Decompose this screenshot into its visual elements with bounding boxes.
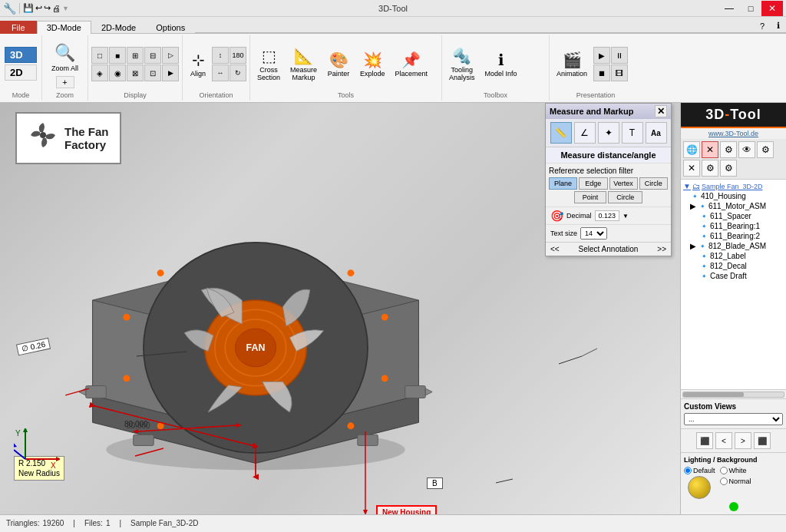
tree-item-case-draft[interactable]: 🔹Case Draft xyxy=(698,271,784,281)
minimize-button[interactable]: — xyxy=(718,1,740,16)
zoom-all-button[interactable]: 🔍 Zoom All xyxy=(48,41,82,74)
measure-decimal-row: 🎯 Decimal 0.123 ▼ xyxy=(546,207,671,224)
mode-3d-button[interactable]: 3D xyxy=(5,47,37,63)
measure-tool-distance[interactable]: 📏 xyxy=(550,122,572,144)
tab-options[interactable]: Options xyxy=(146,21,195,34)
measure-markup-button[interactable]: 📐 MeasureMarkup xyxy=(286,41,321,88)
fan-3d-model[interactable]: FAN xyxy=(0,164,511,484)
svg-point-11 xyxy=(347,422,354,429)
display-btn-9[interactable]: ⊡ xyxy=(144,64,161,81)
ribbon-tabs: File 3D-Mode 2D-Mode Options ? ℹ xyxy=(0,17,786,34)
tree-item-motor[interactable]: ▶🔹611_Motor_ASM xyxy=(689,201,784,211)
cross-section-button[interactable]: ⬚ CrossSection xyxy=(253,41,284,88)
measure-label: MeasureMarkup xyxy=(290,66,317,81)
nav-next[interactable]: > xyxy=(735,432,751,449)
pres-btn-2[interactable]: ⏸ xyxy=(611,47,628,64)
model-info-button[interactable]: ℹ Model Info xyxy=(481,41,521,88)
filter-edge[interactable]: Edge xyxy=(579,177,607,190)
tree-item-blade-asm[interactable]: ▶🔹812_Blade_ASM xyxy=(689,241,784,251)
tree-item-bearing2[interactable]: 🔹611_Bearing:2 xyxy=(698,231,784,241)
align-button[interactable]: ⊹ Align xyxy=(186,41,210,88)
next-annotation[interactable]: >> xyxy=(657,245,666,253)
info-button[interactable]: ℹ xyxy=(771,19,786,33)
close-button[interactable]: ✕ xyxy=(761,1,783,16)
panel-btn-eye[interactable]: 👁 xyxy=(738,141,755,158)
filter-plane[interactable]: Plane xyxy=(549,177,577,190)
display-btn-8[interactable]: ⊠ xyxy=(127,64,144,81)
decimal-dropdown[interactable]: ▼ xyxy=(623,213,629,220)
text-size-select[interactable]: 14 12 16 18 xyxy=(580,227,607,240)
nav-last[interactable]: ⬛ xyxy=(754,432,771,449)
measure-tool-angle[interactable]: ∠ xyxy=(574,122,596,144)
display-btn-10[interactable]: ▶ xyxy=(162,64,179,81)
nav-prev[interactable]: < xyxy=(715,432,732,449)
titlebar-controls[interactable]: — □ ✕ xyxy=(718,1,783,16)
panel-btn-settings2[interactable]: ⚙ xyxy=(757,141,774,158)
display-btn-4[interactable]: ⊟ xyxy=(144,47,161,64)
panel-btn-settings4[interactable]: ⚙ xyxy=(720,160,737,177)
nav-first[interactable]: ⬛ xyxy=(696,432,713,449)
pres-btn-1[interactable]: ▶ xyxy=(593,47,610,64)
maximize-button[interactable]: □ xyxy=(740,1,761,16)
panel-btn-settings3[interactable]: ⚙ xyxy=(702,160,718,177)
svg-line-41 xyxy=(582,349,597,356)
tab-2dmode[interactable]: 2D-Mode xyxy=(91,21,146,34)
tab-file[interactable]: File xyxy=(0,21,37,34)
filter-point[interactable]: Point xyxy=(574,191,607,203)
help-button[interactable]: ? xyxy=(754,20,771,33)
measure-tool-point[interactable]: ✦ xyxy=(598,122,619,144)
measure-tool-label[interactable]: Aa xyxy=(646,122,667,144)
panel-btn-settings[interactable]: ⚙ xyxy=(720,141,737,158)
filter-circle2[interactable]: Circle xyxy=(608,191,642,203)
pres-btn-4[interactable]: 🎞 xyxy=(611,64,628,81)
orient-btn-2[interactable]: 180 xyxy=(230,47,246,64)
viewport[interactable]: The Fan Factory xyxy=(0,103,680,514)
placement-label: Placement xyxy=(395,70,428,78)
panel-btn-globe[interactable]: 🌐 xyxy=(683,141,700,158)
animation-button[interactable]: 🎬 Animation xyxy=(553,41,591,88)
tree-scrollbar[interactable] xyxy=(681,390,786,399)
svg-line-48 xyxy=(14,450,25,459)
display-btn-1[interactable]: □ xyxy=(91,47,108,64)
display-btn-6[interactable]: ◈ xyxy=(91,64,108,81)
measure-panel-close[interactable]: ✕ xyxy=(655,105,667,117)
mode-2d-button[interactable]: 2D xyxy=(5,64,37,81)
display-btn-5[interactable]: ▷ xyxy=(162,47,179,64)
placement-button[interactable]: 📌 Placement xyxy=(391,41,432,88)
painter-label: Painter xyxy=(328,70,350,78)
tree-root-item[interactable]: ▼ 🗂 Sample Fan_3D-2D xyxy=(682,181,784,191)
panel-website[interactable]: www.3D-Tool.de xyxy=(681,128,786,139)
orient-btn-1[interactable]: ↕ xyxy=(212,47,229,64)
painter-button[interactable]: 🎨 Painter xyxy=(323,41,354,88)
status-separator1: | xyxy=(73,519,75,527)
tree-item-spacer[interactable]: 🔹611_Spacer xyxy=(698,211,784,221)
prev-annotation[interactable]: << xyxy=(550,245,560,253)
explode-button[interactable]: 💥 Explode xyxy=(356,41,389,88)
pres-btn-3[interactable]: ⏹ xyxy=(593,64,610,81)
lighting-section: Lighting / Background Default White xyxy=(681,453,786,514)
orient-btn-3[interactable]: ↔ xyxy=(212,64,229,81)
zoom-in-button[interactable]: + xyxy=(56,76,74,88)
filter-vertex[interactable]: Vertex xyxy=(609,177,638,190)
ref-filter-label: Reference selection filter xyxy=(549,167,668,175)
filter-circle[interactable]: Circle xyxy=(639,177,668,190)
orient-btn-4[interactable]: ↻ xyxy=(230,64,246,81)
tree-item-bearing1[interactable]: 🔹611_Bearing:1 xyxy=(698,221,784,231)
tooling-analysis-button[interactable]: 🔩 ToolingAnalysis xyxy=(445,41,479,88)
tree-item-label[interactable]: 🔹812_Label xyxy=(698,251,784,261)
tab-3dmode[interactable]: 3D-Mode xyxy=(37,21,91,34)
custom-views-select[interactable]: ... xyxy=(684,413,783,425)
lighting-radio-white[interactable]: White xyxy=(720,467,751,474)
lighting-radio-default[interactable]: Default xyxy=(684,467,715,474)
panel-btn-close-red[interactable]: ✕ xyxy=(702,141,718,158)
new-housing-annotation: New Housing xyxy=(376,505,437,514)
display-btn-7[interactable]: ◉ xyxy=(109,64,126,81)
panel-btn-x2[interactable]: ✕ xyxy=(683,160,700,177)
lighting-radio-normal[interactable]: Normal xyxy=(720,477,751,485)
display-btn-3[interactable]: ⊞ xyxy=(127,47,144,64)
measure-panel-header[interactable]: Measure and Markup ✕ xyxy=(546,104,671,119)
measure-tool-text[interactable]: T xyxy=(622,122,643,144)
tree-item-housing[interactable]: 🔹410_Housing xyxy=(689,191,784,201)
display-btn-2[interactable]: ■ xyxy=(109,47,126,64)
tree-item-decal[interactable]: 🔹812_Decal xyxy=(698,261,784,271)
